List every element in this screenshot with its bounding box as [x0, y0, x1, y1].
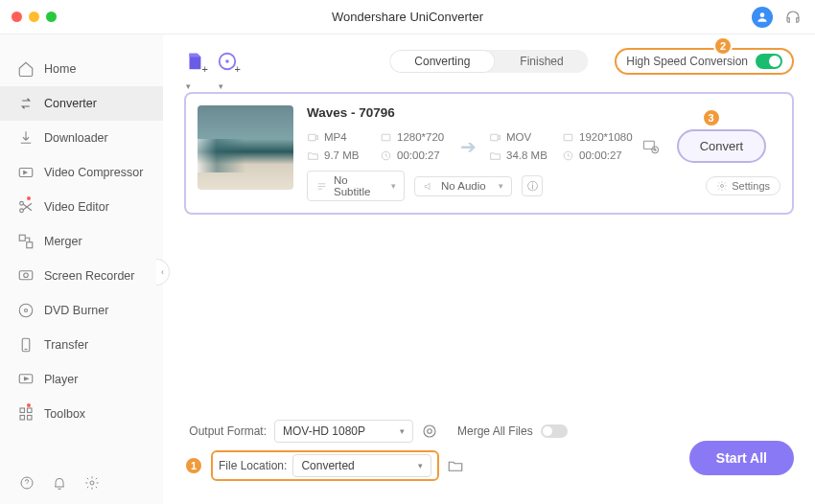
sidebar-item-home[interactable]: Home: [0, 52, 163, 86]
transfer-icon: [17, 336, 35, 354]
recorder-icon: [17, 267, 35, 285]
sidebar-item-toolbox[interactable]: Toolbox: [0, 397, 163, 431]
gear-icon: [716, 180, 728, 192]
user-icon: [756, 11, 769, 24]
svg-rect-21: [382, 134, 390, 141]
add-file-button[interactable]: +▾: [184, 51, 205, 72]
sidebar-label: Screen Recorder: [44, 269, 135, 283]
settings-icon[interactable]: [84, 475, 100, 491]
step-badge-2: 2: [713, 36, 733, 56]
subtitle-select[interactable]: No Subtitle▾: [307, 171, 405, 201]
svg-rect-13: [28, 408, 33, 413]
svg-rect-6: [19, 271, 33, 280]
resolution-icon: [562, 131, 574, 144]
svg-point-19: [225, 59, 229, 63]
output-format-label: Output Format:: [184, 424, 267, 438]
audio-select[interactable]: No Audio▾: [414, 176, 512, 196]
scissors-icon: [17, 198, 35, 216]
file-card: Waves - 70796 MP4 9.7 MB 1280*720 00:00:…: [184, 92, 794, 215]
close-window[interactable]: [12, 11, 22, 22]
high-speed-toggle[interactable]: [756, 54, 782, 69]
video-icon: [307, 131, 319, 144]
sidebar-label: Transfer: [44, 338, 88, 352]
dst-size: 34.8 MB: [506, 149, 547, 161]
converter-icon: [17, 95, 35, 112]
merge-label: Merge All Files: [457, 424, 533, 438]
sidebar-item-transfer[interactable]: Transfer: [0, 328, 163, 362]
sidebar-label: Video Editor: [44, 200, 109, 214]
svg-rect-12: [20, 408, 25, 413]
sidebar-item-dvd[interactable]: DVD Burner: [0, 293, 163, 328]
arrow-icon: ➔: [453, 135, 483, 158]
sidebar-item-player[interactable]: Player: [0, 362, 163, 397]
sidebar-label: Home: [44, 62, 76, 76]
add-dvd-button[interactable]: +▾: [217, 51, 238, 72]
sidebar-label: Video Compressor: [44, 166, 143, 179]
sidebar-label: Merger: [44, 235, 82, 248]
audio-icon: [423, 180, 435, 193]
tab-switch: Converting Finished: [389, 50, 588, 73]
sidebar-item-editor[interactable]: Video Editor: [0, 190, 163, 224]
src-size: 9.7 MB: [324, 149, 359, 161]
video-icon: [489, 131, 501, 144]
file-location-wrap: File Location: Converted▾: [211, 450, 439, 481]
maximize-window[interactable]: [46, 11, 57, 22]
sidebar-item-recorder[interactable]: Screen Recorder: [0, 259, 163, 293]
svg-point-0: [760, 12, 765, 17]
video-thumbnail[interactable]: [198, 105, 293, 190]
step-badge-1: 1: [184, 456, 203, 475]
bell-icon[interactable]: [52, 475, 67, 491]
svg-point-28: [721, 185, 724, 188]
help-icon[interactable]: [19, 475, 35, 491]
merge-toggle[interactable]: [541, 424, 568, 438]
merger-icon: [17, 233, 35, 250]
output-format-select[interactable]: MOV-HD 1080P▾: [274, 420, 413, 443]
svg-rect-24: [564, 134, 572, 141]
clock-icon: [380, 149, 392, 162]
tab-finished[interactable]: Finished: [495, 50, 588, 73]
svg-point-30: [428, 429, 432, 434]
sidebar-item-downloader[interactable]: Downloader: [0, 121, 163, 155]
main-panel: +▾ +▾ Converting Finished 2 High Speed C…: [163, 34, 815, 504]
dvd-icon: [17, 302, 35, 319]
sidebar-item-converter[interactable]: Converter: [0, 86, 163, 121]
folder-icon: [307, 149, 319, 162]
minimize-window[interactable]: [29, 11, 39, 22]
tab-converting[interactable]: Converting: [389, 50, 495, 73]
sidebar-label: Toolbox: [44, 407, 85, 421]
open-folder-icon[interactable]: [447, 457, 464, 474]
svg-rect-23: [491, 134, 499, 141]
folder-icon: [489, 149, 501, 162]
sidebar-label: Converter: [44, 97, 97, 110]
sidebar-item-merger[interactable]: Merger: [0, 224, 163, 259]
sidebar-item-compressor[interactable]: Video Compressor: [0, 155, 163, 190]
sidebar-label: Downloader: [44, 131, 108, 145]
file-location-select[interactable]: Converted▾: [292, 454, 431, 477]
file-location-label: File Location:: [219, 459, 287, 472]
player-icon: [17, 371, 35, 388]
info-button[interactable]: ⓘ: [522, 175, 543, 196]
titlebar: Wondershare UniConverter: [0, 0, 815, 34]
svg-point-9: [25, 309, 28, 312]
svg-rect-4: [19, 235, 25, 241]
high-speed-conversion: 2 High Speed Conversion: [615, 48, 794, 75]
svg-rect-15: [28, 416, 33, 421]
account-avatar[interactable]: [752, 7, 773, 28]
svg-rect-14: [20, 416, 25, 421]
preview-icon[interactable]: [421, 423, 438, 440]
svg-point-7: [24, 273, 29, 278]
settings-button[interactable]: Settings: [706, 176, 780, 195]
output-settings-button[interactable]: [639, 134, 664, 159]
download-icon: [17, 129, 35, 147]
support-icon[interactable]: [784, 9, 802, 26]
dst-duration: 00:00:27: [579, 149, 622, 161]
compressor-icon: [17, 164, 35, 181]
toolbox-icon: [17, 405, 35, 423]
src-duration: 00:00:27: [397, 149, 440, 161]
svg-point-8: [19, 304, 33, 317]
start-all-button[interactable]: Start All: [689, 441, 794, 475]
merge-all: Merge All Files: [457, 424, 568, 438]
convert-button[interactable]: Convert: [677, 129, 767, 163]
window-controls: [12, 11, 57, 22]
gear-icon: [641, 137, 661, 156]
